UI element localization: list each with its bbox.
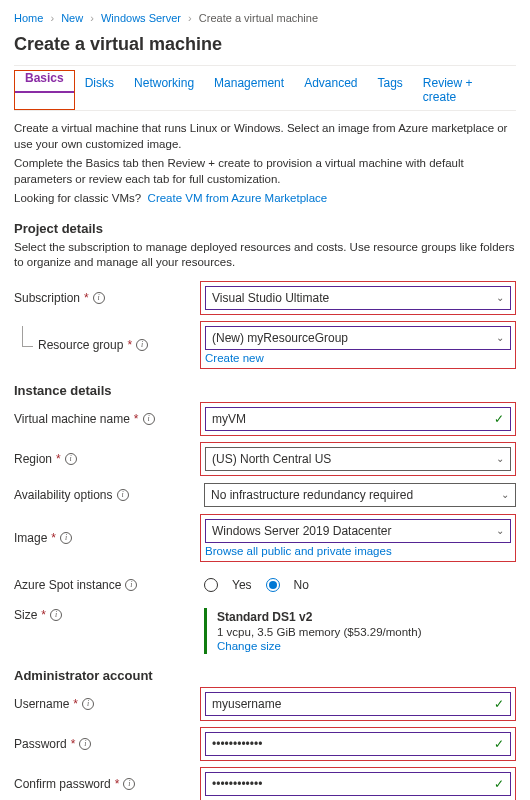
info-icon[interactable]: i [50, 609, 62, 621]
vm-name-value: myVM [212, 412, 246, 426]
chevron-right-icon: › [188, 12, 192, 24]
tab-advanced[interactable]: Advanced [294, 70, 367, 110]
tab-review[interactable]: Review + create [413, 70, 516, 110]
resource-group-label: Resource group [38, 338, 123, 352]
username-input[interactable]: myusername ✓ [205, 692, 511, 716]
subscription-select[interactable]: Visual Studio Ultimate ⌄ [205, 286, 511, 310]
spot-no-label: No [294, 578, 309, 592]
info-icon[interactable]: i [82, 698, 94, 710]
chevron-down-icon: ⌄ [501, 489, 509, 500]
required-icon: * [41, 608, 46, 622]
breadcrumb: Home › New › Windows Server › Create a v… [14, 8, 516, 28]
breadcrumb-new[interactable]: New [61, 12, 83, 24]
chevron-down-icon: ⌄ [496, 292, 504, 303]
chevron-right-icon: › [90, 12, 94, 24]
breadcrumb-home[interactable]: Home [14, 12, 43, 24]
chevron-down-icon: ⌄ [496, 525, 504, 536]
required-icon: * [51, 531, 56, 545]
project-details-desc: Select the subscription to manage deploy… [14, 240, 516, 271]
check-icon: ✓ [494, 697, 504, 711]
create-new-rg-link[interactable]: Create new [205, 352, 511, 364]
size-title: Standard DS1 v2 [217, 610, 506, 624]
info-icon[interactable]: i [143, 413, 155, 425]
resource-group-select[interactable]: (New) myResourceGroup ⌄ [205, 326, 511, 350]
tab-networking[interactable]: Networking [124, 70, 204, 110]
availability-label: Availability options [14, 488, 113, 502]
info-icon[interactable]: i [65, 453, 77, 465]
spot-no-radio[interactable] [266, 578, 280, 592]
username-value: myusername [212, 697, 281, 711]
create-vm-marketplace-link[interactable]: Create VM from Azure Marketplace [148, 192, 328, 204]
password-label: Password [14, 737, 67, 751]
confirm-password-label: Confirm password [14, 777, 111, 791]
info-icon[interactable]: i [93, 292, 105, 304]
spot-label: Azure Spot instance [14, 578, 121, 592]
tab-basics[interactable]: Basics [15, 65, 74, 93]
info-icon[interactable]: i [79, 738, 91, 750]
classic-vm-question: Looking for classic VMs? [14, 192, 141, 204]
image-value: Windows Server 2019 Datacenter [212, 524, 391, 538]
info-icon[interactable]: i [123, 778, 135, 790]
tab-tags[interactable]: Tags [368, 70, 413, 110]
check-icon: ✓ [494, 412, 504, 426]
intro-text-1: Create a virtual machine that runs Linux… [14, 121, 516, 152]
password-value: •••••••••••• [212, 737, 262, 751]
change-size-link[interactable]: Change size [217, 640, 506, 652]
required-icon: * [73, 697, 78, 711]
intro-text-2: Complete the Basics tab then Review + cr… [14, 156, 516, 187]
vm-name-label: Virtual machine name [14, 412, 130, 426]
required-icon: * [134, 412, 139, 426]
admin-account-heading: Administrator account [14, 668, 516, 683]
browse-images-link[interactable]: Browse all public and private images [205, 545, 511, 557]
region-value: (US) North Central US [212, 452, 331, 466]
tab-management[interactable]: Management [204, 70, 294, 110]
required-icon: * [56, 452, 61, 466]
divider [14, 65, 516, 66]
subscription-label: Subscription [14, 291, 80, 305]
breadcrumb-current: Create a virtual machine [199, 12, 318, 24]
info-icon[interactable]: i [60, 532, 72, 544]
size-detail: 1 vcpu, 3.5 GiB memory ($53.29/month) [217, 626, 506, 638]
spot-yes-label: Yes [232, 578, 252, 592]
required-icon: * [127, 338, 132, 352]
availability-select[interactable]: No infrastructure redundancy required ⌄ [204, 483, 516, 507]
password-input[interactable]: •••••••••••• ✓ [205, 732, 511, 756]
required-icon: * [84, 291, 89, 305]
username-label: Username [14, 697, 69, 711]
check-icon: ✓ [494, 737, 504, 751]
instance-details-heading: Instance details [14, 383, 516, 398]
size-label: Size [14, 608, 37, 622]
availability-value: No infrastructure redundancy required [211, 488, 413, 502]
project-details-heading: Project details [14, 221, 516, 236]
region-select[interactable]: (US) North Central US ⌄ [205, 447, 511, 471]
confirm-password-value: •••••••••••• [212, 777, 262, 791]
size-card: Standard DS1 v2 1 vcpu, 3.5 GiB memory (… [204, 608, 516, 654]
vm-name-input[interactable]: myVM ✓ [205, 407, 511, 431]
check-icon: ✓ [494, 777, 504, 791]
chevron-right-icon: › [50, 12, 54, 24]
subscription-value: Visual Studio Ultimate [212, 291, 329, 305]
tab-disks[interactable]: Disks [75, 70, 124, 110]
info-icon[interactable]: i [136, 339, 148, 351]
confirm-password-input[interactable]: •••••••••••• ✓ [205, 772, 511, 796]
image-select[interactable]: Windows Server 2019 Datacenter ⌄ [205, 519, 511, 543]
breadcrumb-windows-server[interactable]: Windows Server [101, 12, 181, 24]
info-icon[interactable]: i [125, 579, 137, 591]
region-label: Region [14, 452, 52, 466]
required-icon: * [115, 777, 120, 791]
required-icon: * [71, 737, 76, 751]
image-label: Image [14, 531, 47, 545]
page-title: Create a virtual machine [14, 34, 516, 55]
chevron-down-icon: ⌄ [496, 453, 504, 464]
tabs: Basics Disks Networking Management Advan… [14, 70, 516, 111]
chevron-down-icon: ⌄ [496, 332, 504, 343]
spot-yes-radio[interactable] [204, 578, 218, 592]
info-icon[interactable]: i [117, 489, 129, 501]
resource-group-value: (New) myResourceGroup [212, 331, 348, 345]
